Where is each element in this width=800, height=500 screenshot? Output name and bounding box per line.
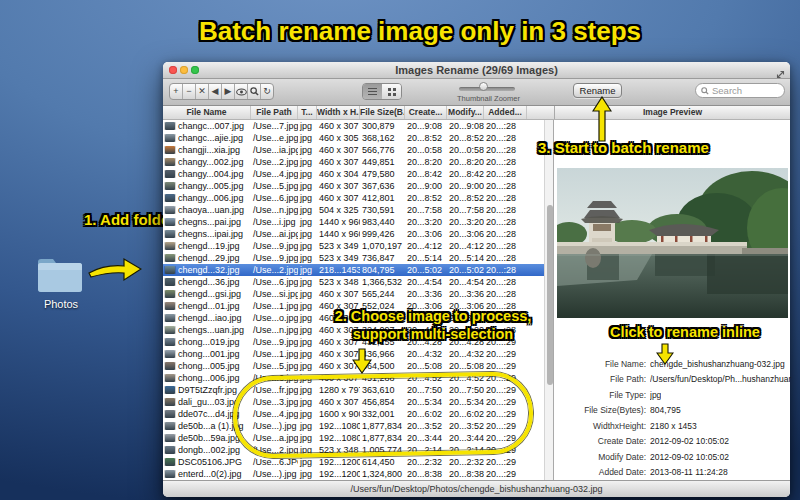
cell-dims: 460 x 307 <box>317 192 360 204</box>
next-button[interactable]: ▶ <box>222 84 235 99</box>
cell-modified: 20...5:08 <box>447 360 484 372</box>
table-row[interactable]: changy...005.jpg/Use...5.jpgjpg460 x 307… <box>163 180 544 192</box>
column-header[interactable]: Modify... <box>447 106 484 119</box>
cell-path: /Use...5.jpg <box>251 180 298 192</box>
metadata-label: File Path: <box>554 374 646 384</box>
metadata-value[interactable]: 2180 x 1453 <box>650 421 697 431</box>
cell-created: 20...5:14 <box>405 252 447 264</box>
table-row[interactable]: changy...002.jpg/Use...2.jpgjpg460 x 307… <box>163 156 544 168</box>
table-row[interactable]: chengd...29.jpg/Use...9.jpgjpg523 x 3497… <box>163 252 544 264</box>
cell-path: /Use...6.jpg <box>251 276 298 288</box>
column-header[interactable]: File Path <box>251 106 298 119</box>
cell-dims: 460 x 307 <box>317 144 360 156</box>
cell-modified: 20...5:14 <box>447 252 484 264</box>
metadata-value[interactable]: jpg <box>650 390 661 400</box>
cell-modified: 20...4:32 <box>447 348 484 360</box>
cell-size: 479,580 <box>360 168 405 180</box>
cell-path: /Use...o.jpg <box>251 312 298 324</box>
thumbnail-icon <box>163 422 176 430</box>
metadata-value[interactable]: 2012-09-02 10:05:02 <box>650 452 729 462</box>
metadata-value[interactable]: 804,795 <box>650 405 681 415</box>
image-preview-header: Image Preview <box>554 106 790 119</box>
column-header[interactable]: File Name <box>163 106 251 119</box>
column-header[interactable]: Width x H... <box>317 106 360 119</box>
list-view-button[interactable] <box>363 84 382 99</box>
step2-line1: 2. Choose image to process, <box>326 308 540 326</box>
slider-knob[interactable] <box>479 82 488 91</box>
cell-created: 20...3:36 <box>405 288 447 300</box>
plus-button[interactable]: + <box>170 84 183 99</box>
metadata-value[interactable]: 2013-08-11 11:24:28 <box>650 467 728 477</box>
cell-created: 20...4:32 <box>405 348 447 360</box>
table-row[interactable]: changy...004.jpg/Use...4.jpgjpg460 x 304… <box>163 168 544 180</box>
cell-type: jpg <box>298 324 317 336</box>
cell-path: /Use...n.jpg <box>251 204 298 216</box>
cell-size: 983,440 <box>360 216 405 228</box>
cell-name: chengd...iao.jpg <box>176 312 251 324</box>
cell-name: changy...004.jpg <box>176 168 251 180</box>
minus-button[interactable]: − <box>183 84 196 99</box>
table-row[interactable]: chegns...pai.jpg/Use...i.jpgjpg1440 x 96… <box>163 216 544 228</box>
table-row[interactable]: chegns...ipai.jpg/Use...ai.jpgjpg1440 x … <box>163 228 544 240</box>
search-input[interactable]: Search <box>695 83 785 98</box>
vertical-scrollbar[interactable] <box>544 120 553 480</box>
table-row[interactable]: changy...006.jpg/Use...6.jpgjpg460 x 307… <box>163 192 544 204</box>
metadata-row: WidthxHeight:2180 x 1453 <box>554 418 791 434</box>
delete-button[interactable]: ✕ <box>196 84 209 99</box>
cell-dims: 192...1200 <box>317 468 360 480</box>
table-row[interactable]: chaoya...uan.jpg/Use...n.jpgjpg504 x 325… <box>163 204 544 216</box>
column-header-filler <box>527 106 554 119</box>
cell-name: chengd...gsi.jpg <box>176 288 251 300</box>
cell-modified: 20...8:42 <box>447 168 484 180</box>
zoom-window-button[interactable] <box>191 66 199 74</box>
cell-added: 20...:28 <box>484 216 527 228</box>
close-window-button[interactable] <box>169 66 177 74</box>
column-header[interactable]: T... <box>298 106 317 119</box>
scrollbar-thumb[interactable] <box>547 205 553 385</box>
prev-button[interactable]: ◀ <box>209 84 222 99</box>
cell-type: jpg <box>298 156 317 168</box>
titlebar[interactable]: Images Rename (29/69 Images) <box>163 62 790 79</box>
toolbar-button-group: +−✕◀▶↻ <box>169 83 274 100</box>
table-row[interactable]: changc...007.jpg/Use...7.jpgjpg460 x 307… <box>163 120 544 132</box>
metadata-row: File Type:jpg <box>554 387 791 403</box>
cell-name: changy...006.jpg <box>176 192 251 204</box>
cell-path: /Use...e.jpg <box>251 132 298 144</box>
metadata-row: File Size(Bytes):804,795 <box>554 403 791 419</box>
cell-type: jpg <box>298 252 317 264</box>
column-header[interactable]: File Size(B... <box>360 106 405 119</box>
refresh-button[interactable]: ↻ <box>261 84 273 99</box>
cell-added: 20...:28 <box>484 192 527 204</box>
cell-type: jpg <box>298 288 317 300</box>
table-row[interactable]: chengd...36.jpg/Use...6.jpgjpg523 x 3481… <box>163 276 544 288</box>
cell-type: jpg <box>298 360 317 372</box>
metadata-value[interactable]: 2012-09-02 10:05:02 <box>650 436 729 446</box>
photos-folder-icon[interactable] <box>36 254 84 298</box>
table-row[interactable]: enterd...0(2).jpg/Use...).jpgjpg192...12… <box>163 468 544 480</box>
table-row[interactable]: DSC05106.JPG/Use...6.JPGjpg192...1200614… <box>163 456 544 468</box>
minimize-window-button[interactable] <box>180 66 188 74</box>
table-row[interactable]: changc...ajie.jpg/Use...e.jpgjpg460 x 30… <box>163 132 544 144</box>
table-row[interactable]: chengd...19.jpg/Use...9.jpgjpg523 x 3491… <box>163 240 544 252</box>
column-header[interactable]: Create... <box>405 106 447 119</box>
table-row-selected[interactable]: chengd...32.jpg/Use...2.jpgjpg218...1453… <box>163 264 544 276</box>
eye-button[interactable] <box>235 84 248 99</box>
magnifier-button[interactable] <box>248 84 261 99</box>
cell-added: 20...:28 <box>484 276 527 288</box>
metadata-row: Added Date:2013-08-11 11:24:28 <box>554 465 791 481</box>
cell-path: /Use...1.jpg <box>251 300 298 312</box>
cell-created: 20...0:58 <box>405 144 447 156</box>
metadata-value[interactable]: /Users/fun/Desktop/Ph...hushanzhuang-032… <box>650 374 791 384</box>
cell-size: 300,879 <box>360 120 405 132</box>
column-header[interactable]: Added... <box>484 106 527 119</box>
folder-label[interactable]: Photos <box>28 298 94 310</box>
cell-type: jpg <box>298 312 317 324</box>
table-row[interactable]: chengd...gsi.jpg/Use...si.jpgjpg460 x 30… <box>163 288 544 300</box>
cell-name: changji...xia.jpg <box>176 144 251 156</box>
table-row[interactable]: changji...xia.jpg/Use...ia.jpgjpg460 x 3… <box>163 144 544 156</box>
thumbnail-icon <box>163 266 176 274</box>
cell-created: 20...2:32 <box>405 456 447 468</box>
grid-view-button[interactable] <box>382 84 401 99</box>
cell-path: /Use...7.jpg <box>251 120 298 132</box>
cell-type: jpg <box>298 240 317 252</box>
